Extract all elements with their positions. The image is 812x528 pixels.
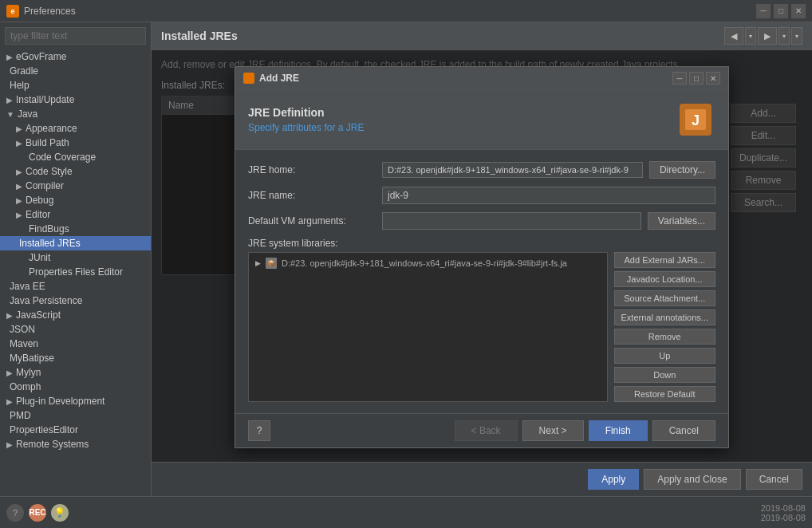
sidebar-item-label: Java	[18, 108, 37, 120]
libs-down-button[interactable]: Down	[614, 367, 715, 383]
sidebar-item-code-coverage[interactable]: Code Coverage	[0, 150, 151, 164]
footer-rec-icon[interactable]: REC	[29, 504, 46, 522]
maximize-button[interactable]: □	[774, 4, 788, 18]
default-vm-row: Default VM arguments: Variables...	[248, 212, 715, 230]
sidebar-item-compiler[interactable]: ▶ Compiler	[0, 179, 151, 193]
sidebar-item-label: FindBugs	[29, 223, 69, 234]
jre-name-input[interactable]	[382, 187, 715, 204]
apply-button[interactable]: Apply	[588, 469, 639, 490]
sidebar-item-appearance[interactable]: ▶ Appearance	[0, 121, 151, 136]
dialog-header-title: JRE Definition	[248, 106, 364, 119]
dialog-minimize-button[interactable]: ─	[672, 72, 687, 85]
sidebar-item-mybatipse[interactable]: MyBatipse	[0, 351, 151, 365]
sidebar-item-mylyn[interactable]: ▶ Mylyn	[0, 365, 151, 380]
dialog-title-left: Add JRE	[243, 73, 299, 84]
dialog-header-icon: J	[676, 100, 715, 140]
dialog-title-controls: ─ □ ✕	[672, 72, 720, 85]
nav-forward-dropdown[interactable]: ▾	[778, 27, 790, 45]
nav-extra-dropdown[interactable]: ▾	[791, 27, 802, 45]
jre-name-row: JRE name:	[248, 187, 715, 204]
sidebar-item-egovframe[interactable]: ▶ eGovFrame	[0, 49, 151, 64]
sidebar-item-debug[interactable]: ▶ Debug	[0, 193, 151, 207]
footer-dates: 2019-08-08 2019-08-08	[761, 503, 806, 522]
sidebar-item-code-style[interactable]: ▶ Code Style	[0, 164, 151, 179]
nav-buttons: ◀ ▾ ▶ ▾ ▾	[724, 27, 802, 45]
sidebar-item-javascript[interactable]: ▶ JavaScript	[0, 308, 151, 322]
external-annotations-button[interactable]: External annotations...	[614, 309, 715, 325]
next-button[interactable]: Next >	[522, 420, 584, 441]
sidebar-item-junit[interactable]: JUnit	[0, 250, 151, 265]
sidebar-item-java-ee[interactable]: Java EE	[0, 279, 151, 294]
add-external-jars-button[interactable]: Add External JARs...	[614, 252, 715, 268]
jre-name-label: JRE name:	[248, 190, 376, 201]
libs-side-buttons: Add External JARs... Javadoc Location...…	[614, 252, 715, 402]
sidebar-item-installed-jres[interactable]: Installed JREs	[0, 236, 151, 250]
directory-button[interactable]: Directory...	[649, 161, 715, 179]
back-button[interactable]: < Back	[455, 420, 518, 441]
nav-back-button[interactable]: ◀	[724, 27, 743, 45]
sidebar-item-properties-editor[interactable]: PropertiesEditor	[0, 423, 151, 437]
tree-arrow: ▶	[6, 311, 13, 320]
sidebar-item-label: Java EE	[10, 281, 45, 292]
sidebar-item-java[interactable]: ▼ Java	[0, 107, 151, 121]
dialog-maximize-button[interactable]: □	[689, 72, 704, 85]
sidebar-item-label: Java Persistence	[10, 295, 82, 306]
nav-forward-button[interactable]: ▶	[758, 27, 777, 45]
cancel-button[interactable]: Cancel	[652, 420, 715, 441]
sidebar-item-maven[interactable]: Maven	[0, 337, 151, 351]
sidebar-filter-input[interactable]	[5, 27, 146, 45]
sidebar-item-label: JSON	[10, 324, 35, 335]
sidebar-item-editor[interactable]: ▶ Editor	[0, 207, 151, 222]
dialog-title-text: Add JRE	[259, 73, 299, 84]
panel-content: Add, remove or edit JRE definitions. By …	[152, 50, 812, 462]
sidebar-item-findbugs[interactable]: FindBugs	[0, 222, 151, 236]
apply-close-button[interactable]: Apply and Close	[644, 469, 740, 490]
main-cancel-button[interactable]: Cancel	[746, 469, 802, 490]
dialog-overlay: Add JRE ─ □ ✕ JRE Definition	[152, 50, 812, 462]
jre-home-input[interactable]	[382, 162, 643, 178]
sidebar-item-label: Code Coverage	[29, 152, 96, 163]
default-vm-label: Default VM arguments:	[248, 215, 376, 227]
nav-back-dropdown[interactable]: ▾	[745, 27, 756, 45]
sidebar-item-build-path[interactable]: ▶ Build Path	[0, 136, 151, 150]
libs-list[interactable]: ▶ 📦 D:#23. openjdk#jdk-9+181_windows-x64…	[248, 252, 608, 402]
sidebar-item-label: Install/Update	[16, 94, 74, 105]
libs-up-button[interactable]: Up	[614, 348, 715, 364]
sidebar-item-label: JavaScript	[16, 309, 61, 321]
libs-remove-button[interactable]: Remove	[614, 329, 715, 345]
variables-button[interactable]: Variables...	[648, 212, 715, 230]
sidebar-item-oomph[interactable]: Oomph	[0, 380, 151, 394]
sidebar-item-label: PropertiesEditor	[10, 424, 78, 435]
sidebar-item-json[interactable]: JSON	[0, 322, 151, 337]
panel-title: Installed JREs	[161, 30, 238, 42]
dialog-header-subtitle[interactable]: Specify attributes for a JRE	[248, 122, 364, 133]
sidebar-item-properties-files-editor[interactable]: Properties Files Editor	[0, 265, 151, 279]
footer-help-icon[interactable]: ?	[6, 504, 24, 522]
minimize-button[interactable]: ─	[756, 4, 771, 18]
dialog-close-button[interactable]: ✕	[706, 72, 720, 85]
sidebar-item-plugin-development[interactable]: ▶ Plug-in Development	[0, 394, 151, 408]
sidebar-item-label: Code Style	[26, 166, 73, 177]
sidebar-item-label: Mylyn	[16, 367, 41, 378]
sidebar-filter-container	[5, 27, 146, 45]
sidebar-item-gradle[interactable]: Gradle	[0, 64, 151, 78]
close-button[interactable]: ✕	[791, 4, 806, 18]
dialog-help-button[interactable]: ?	[248, 420, 270, 441]
sidebar-item-help[interactable]: Help	[0, 78, 151, 93]
finish-button[interactable]: Finish	[589, 420, 648, 441]
footer: ? REC 💡 2019-08-08 2019-08-08	[0, 496, 812, 528]
app-title: Preferences	[24, 6, 756, 17]
javadoc-location-button[interactable]: Javadoc Location...	[614, 271, 715, 287]
sidebar-item-label: Gradle	[10, 65, 38, 77]
sidebar-item-pmd[interactable]: PMD	[0, 408, 151, 423]
restore-default-button[interactable]: Restore Default	[614, 386, 715, 402]
dialog-title-icon	[243, 73, 254, 84]
sidebar-item-remote-systems[interactable]: ▶ Remote Systems	[0, 437, 151, 451]
sidebar-item-java-persistence[interactable]: Java Persistence	[0, 294, 151, 308]
tree-arrow: ▶	[16, 124, 22, 133]
sidebar-item-install-update[interactable]: ▶ Install/Update	[0, 93, 151, 107]
default-vm-input[interactable]	[382, 212, 641, 230]
sidebar-item-label: Plug-in Development	[16, 396, 104, 407]
source-attachment-button[interactable]: Source Attachment...	[614, 290, 715, 306]
footer-light-icon[interactable]: 💡	[51, 504, 69, 522]
